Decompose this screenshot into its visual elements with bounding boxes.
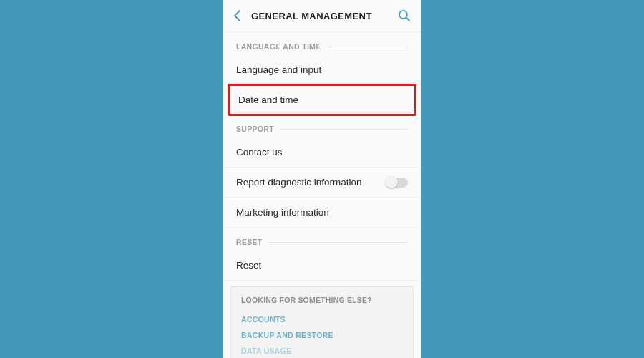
item-reset[interactable]: Reset (223, 251, 421, 281)
item-label: Report diagnostic information (236, 177, 362, 188)
svg-line-1 (406, 18, 409, 21)
section-line (270, 242, 408, 243)
looking-for-card: LOOKING FOR SOMETHING ELSE? ACCOUNTS BAC… (230, 286, 414, 358)
footer-link-backup[interactable]: BACKUP AND RESTORE (241, 327, 403, 343)
toggle-switch[interactable] (386, 178, 408, 188)
section-label: SUPPORT (236, 125, 274, 133)
section-header-language-time: LANGUAGE AND TIME (223, 32, 421, 55)
section-line (328, 47, 408, 47)
item-report-diagnostic[interactable]: Report diagnostic information (223, 168, 421, 198)
footer-title: LOOKING FOR SOMETHING ELSE? (241, 296, 403, 304)
footer-link-data-usage[interactable]: DATA USAGE (241, 343, 403, 358)
item-contact-us[interactable]: Contact us (223, 137, 421, 168)
item-label: Date and time (238, 95, 298, 105)
item-language-input[interactable]: Language and input (223, 55, 421, 85)
section-line (281, 129, 408, 130)
settings-screen: GENERAL MANAGEMENT LANGUAGE AND TIME Lan… (223, 0, 421, 358)
item-label: Reset (236, 260, 261, 271)
section-header-reset: RESET (223, 228, 421, 251)
item-label: Contact us (236, 147, 283, 158)
footer-link-accounts[interactable]: ACCOUNTS (241, 311, 403, 327)
svg-point-0 (399, 11, 407, 19)
section-header-support: SUPPORT (223, 115, 421, 137)
item-date-time[interactable]: Date and time (228, 84, 416, 116)
section-label: LANGUAGE AND TIME (236, 42, 321, 51)
item-label: Marketing information (236, 207, 329, 218)
item-label: Language and input (236, 64, 321, 75)
search-icon[interactable] (398, 9, 411, 22)
section-label: RESET (236, 238, 263, 246)
page-title: GENERAL MANAGEMENT (251, 11, 398, 21)
back-icon[interactable] (233, 10, 241, 21)
item-marketing-info[interactable]: Marketing information (223, 198, 421, 228)
app-header: GENERAL MANAGEMENT (223, 0, 421, 32)
